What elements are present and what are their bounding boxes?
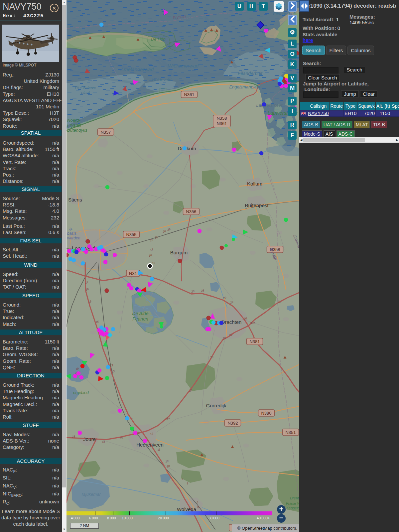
svg-text:N355: N355	[126, 232, 136, 237]
svg-text:N357: N357	[100, 130, 111, 135]
svg-text:N351: N351	[285, 430, 296, 435]
svg-text:Stiens: Stiens	[68, 197, 82, 202]
svg-text:plaat: plaat	[81, 90, 90, 95]
svg-text:Noard-: Noard-	[67, 118, 80, 123]
svg-text:Piet Scheve: Piet Scheve	[75, 85, 96, 90]
svg-text:ergebied: ergebied	[73, 390, 89, 395]
svg-text:Fryslân: Fryslân	[67, 123, 81, 128]
svg-text:Buitenpost: Buitenpost	[245, 202, 269, 208]
svg-text:Wierumerwad: Wierumerwad	[168, 63, 199, 68]
svg-text:Heerenveen: Heerenveen	[136, 442, 164, 448]
svg-text:N361: N361	[216, 121, 227, 126]
svg-text:N392: N392	[227, 421, 238, 426]
svg-text:N380: N380	[261, 411, 271, 416]
svg-text:De Alde: De Alde	[132, 311, 149, 316]
svg-text:N31: N31	[129, 271, 137, 276]
svg-text:Gorredijk: Gorredijk	[206, 403, 226, 408]
svg-text:basis: basis	[67, 231, 76, 236]
svg-text:Engelsmanplaat: Engelsmanplaat	[229, 84, 261, 89]
svg-text:N381: N381	[249, 339, 260, 344]
svg-text:Lauwersmeer: Lauwersmeer	[256, 103, 283, 108]
svg-text:Joure: Joure	[83, 436, 96, 442]
svg-text:Eilanderbult: Eilanderbult	[238, 71, 263, 76]
svg-text:Amelanderwad: Amelanderwad	[120, 66, 154, 72]
svg-text:Feanen: Feanen	[132, 316, 148, 322]
svg-text:N358: N358	[216, 116, 227, 121]
svg-text:Bûtendyks: Bûtendyks	[67, 128, 87, 133]
svg-text:Drents-: Drents-	[290, 496, 299, 500]
svg-text:✈: ✈	[69, 227, 73, 232]
svg-text:Tsjûkemar: Tsjûkemar	[81, 492, 101, 497]
svg-text:De Hôn: De Hôn	[151, 37, 166, 42]
svg-text:Drachten: Drachten	[221, 319, 242, 325]
svg-text:Kollum: Kollum	[247, 181, 262, 187]
svg-text:Burgum: Burgum	[170, 250, 188, 255]
svg-text:N361: N361	[184, 92, 194, 97]
svg-text:warden: warden	[67, 236, 80, 240]
svg-text:Dokkum: Dokkum	[178, 146, 196, 151]
svg-text:Friese Wo: Friese Wo	[286, 501, 299, 505]
svg-text:Leggelder: Leggelder	[287, 506, 299, 510]
svg-text:N356: N356	[186, 209, 196, 214]
svg-text:Heideveld: Heideveld	[152, 77, 172, 82]
